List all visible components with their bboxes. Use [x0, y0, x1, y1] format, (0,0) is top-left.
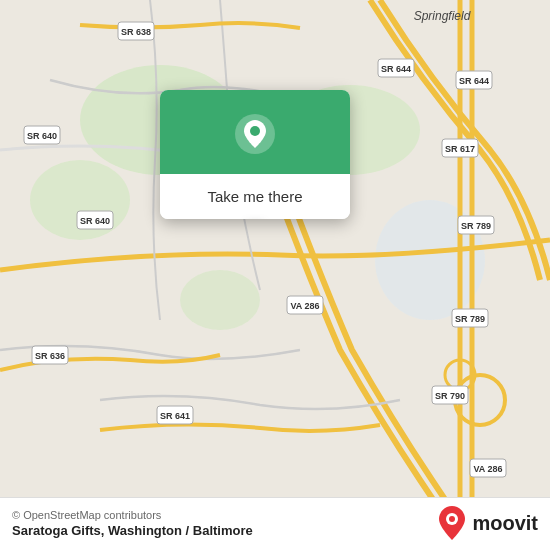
- popup-header: [160, 90, 350, 174]
- svg-text:SR 789: SR 789: [461, 221, 491, 231]
- map-svg: SR 638 SR 644 SR 644 SR 640 SR 617 SR 64…: [0, 0, 550, 550]
- moovit-brand-text: moovit: [472, 512, 538, 535]
- svg-text:SR 640: SR 640: [80, 216, 110, 226]
- svg-text:SR 644: SR 644: [459, 76, 489, 86]
- svg-text:SR 638: SR 638: [121, 27, 151, 37]
- svg-point-36: [250, 126, 260, 136]
- svg-text:SR 644: SR 644: [381, 64, 411, 74]
- moovit-pin-icon: [438, 506, 466, 540]
- moovit-logo: moovit: [438, 506, 538, 540]
- svg-point-38: [449, 516, 455, 522]
- svg-text:SR 636: SR 636: [35, 351, 65, 361]
- take-me-there-button[interactable]: Take me there: [160, 174, 350, 219]
- location-pin-icon: [233, 112, 277, 156]
- svg-text:SR 641: SR 641: [160, 411, 190, 421]
- bottom-bar: © OpenStreetMap contributors Saratoga Gi…: [0, 497, 550, 550]
- svg-point-5: [180, 270, 260, 330]
- popup-card: Take me there: [160, 90, 350, 219]
- location-name: Saratoga Gifts, Washington / Baltimore: [12, 523, 253, 538]
- svg-text:VA 286: VA 286: [473, 464, 502, 474]
- svg-text:SR 640: SR 640: [27, 131, 57, 141]
- map-container: SR 638 SR 644 SR 644 SR 640 SR 617 SR 64…: [0, 0, 550, 550]
- bottom-left: © OpenStreetMap contributors Saratoga Gi…: [12, 509, 253, 538]
- svg-text:VA 286: VA 286: [290, 301, 319, 311]
- svg-text:Springfield: Springfield: [414, 9, 471, 23]
- svg-text:SR 789: SR 789: [455, 314, 485, 324]
- svg-text:SR 790: SR 790: [435, 391, 465, 401]
- svg-text:SR 617: SR 617: [445, 144, 475, 154]
- copyright-text: © OpenStreetMap contributors: [12, 509, 253, 521]
